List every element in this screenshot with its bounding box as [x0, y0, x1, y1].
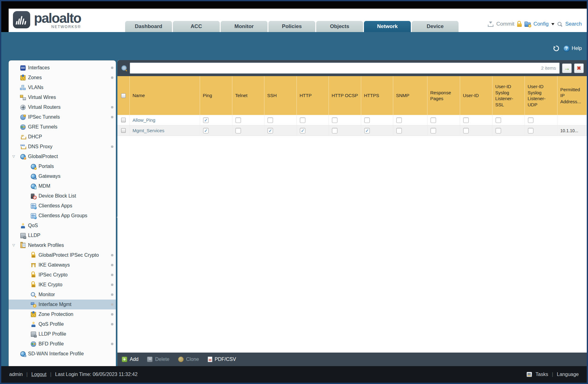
help-icon[interactable] — [563, 45, 570, 52]
unchecked-icon[interactable] — [528, 117, 533, 123]
sidebar-item-network-profiles[interactable]: ▽Network Profiles — [9, 240, 116, 250]
column-header-https[interactable]: HTTPS — [361, 76, 393, 115]
unchecked-icon[interactable] — [267, 117, 273, 123]
sidebar-item-virtual-routers[interactable]: Virtual Routers — [9, 102, 116, 112]
sidebar-item-mdm[interactable]: MDM — [9, 181, 116, 191]
tab-acc[interactable]: ACC — [173, 21, 220, 32]
sidebar-item-ike-crypto[interactable]: IKE Crypto — [9, 280, 116, 290]
sidebar-item-interfaces[interactable]: Interfaces — [9, 63, 116, 73]
sidebar-item-sd-wan-interface-profile[interactable]: SD-WAN Interface Profile — [9, 349, 116, 359]
commit-button[interactable]: Commit — [496, 21, 514, 27]
checked-icon[interactable] — [203, 128, 209, 133]
column-header-name[interactable]: Name — [130, 76, 200, 115]
unchecked-icon[interactable] — [396, 117, 402, 123]
sidebar-item-globalprotect-ipsec-crypto[interactable]: GlobalProtect IPSec Crypto — [9, 250, 116, 260]
column-header-snmp[interactable]: SNMP — [393, 76, 427, 115]
unchecked-icon[interactable] — [496, 128, 501, 133]
column-header-ping[interactable]: Ping — [200, 76, 232, 115]
language-button[interactable]: Language — [557, 372, 579, 377]
unchecked-icon[interactable] — [463, 117, 469, 123]
checked-icon[interactable] — [203, 117, 209, 123]
unchecked-icon[interactable] — [496, 117, 501, 123]
column-header-http[interactable]: HTTP — [297, 76, 329, 115]
select-all-checkbox[interactable] — [121, 93, 126, 98]
sidebar-item-zone-protection[interactable]: Zone Protection — [9, 309, 116, 319]
config-button[interactable]: Config — [533, 21, 549, 27]
tab-dashboard[interactable]: Dashboard — [125, 21, 172, 32]
tasks-button[interactable]: Tasks — [536, 372, 548, 377]
column-header-user-id-syslog-listener-udp[interactable]: User-ID Syslog Listener-UDP — [525, 76, 557, 115]
tab-network[interactable]: Network — [364, 21, 411, 32]
check-cell-snmp — [393, 125, 427, 136]
zones-icon — [20, 75, 26, 80]
expand-caret-icon[interactable]: ▽ — [12, 154, 15, 158]
tab-policies[interactable]: Policies — [268, 21, 315, 32]
filter-input[interactable] — [130, 63, 560, 74]
column-header-http-ocsp[interactable]: HTTP OCSP — [329, 76, 361, 115]
sidebar-item-lldp-profile[interactable]: LLDP Profile — [9, 329, 116, 339]
sidebar-item-device-block-list[interactable]: Device Block List — [9, 191, 116, 201]
tab-monitor[interactable]: Monitor — [221, 21, 267, 32]
column-header-telnet[interactable]: Telnet — [232, 76, 264, 115]
unchecked-icon[interactable] — [300, 117, 305, 123]
checked-icon[interactable] — [267, 128, 273, 133]
sidebar-item-vlans[interactable]: VLANs — [9, 83, 116, 92]
sidebar-item-portals[interactable]: Portals — [9, 161, 116, 171]
unchecked-icon[interactable] — [364, 117, 370, 123]
tab-device[interactable]: Device — [412, 21, 459, 32]
sidebar-item-clientless-app-groups[interactable]: Clientless App Groups — [9, 211, 116, 221]
sidebar-item-ike-gateways[interactable]: IKE Gateways — [9, 260, 116, 270]
unchecked-icon[interactable] — [332, 117, 337, 123]
sidebar-item-gateways[interactable]: Gateways — [9, 171, 116, 181]
sidebar-item-qos-profile[interactable]: QoS Profile — [9, 319, 116, 329]
expand-caret-icon[interactable]: ▽ — [12, 243, 15, 247]
refresh-icon[interactable] — [553, 45, 560, 52]
pdf-csv-button[interactable]: PDF/CSV — [208, 357, 236, 362]
column-header-ssh[interactable]: SSH — [264, 76, 297, 115]
delete-button[interactable]: Delete — [147, 357, 169, 362]
row-checkbox[interactable] — [121, 128, 126, 133]
row-checkbox[interactable] — [121, 118, 126, 122]
sidebar-item-dns-proxy[interactable]: DNS Proxy — [9, 142, 116, 152]
sidebar-item-globalprotect[interactable]: ▽GlobalProtect — [9, 152, 116, 161]
add-button[interactable]: Add — [122, 357, 138, 362]
unchecked-icon[interactable] — [235, 128, 241, 133]
help-label[interactable]: Help — [572, 46, 582, 51]
sidebar-item-gre-tunnels[interactable]: GRE Tunnels — [9, 122, 116, 132]
column-header-user-id[interactable]: User-ID — [460, 76, 492, 115]
logout-link[interactable]: Logout — [31, 372, 47, 377]
sidebar-item-ipsec-tunnels[interactable]: IPSec Tunnels — [9, 112, 116, 122]
unchecked-icon[interactable] — [463, 128, 469, 133]
unchecked-icon[interactable] — [235, 117, 241, 123]
sidebar-item-bfd-profile[interactable]: BFD Profile — [9, 339, 116, 349]
unchecked-icon[interactable] — [396, 128, 402, 133]
sidebar-item-monitor[interactable]: Monitor — [9, 290, 116, 300]
unchecked-icon[interactable] — [332, 128, 337, 133]
sidebar-item-dhcp[interactable]: DHCP — [9, 132, 116, 142]
global-search-button[interactable]: Search — [565, 21, 582, 27]
sidebar-item-ipsec-crypto[interactable]: IPSec Crypto — [9, 270, 116, 280]
checked-icon[interactable] — [300, 128, 305, 133]
clone-button[interactable]: Clone — [178, 357, 199, 362]
sidebar-item-virtual-wires[interactable]: Virtual Wires — [9, 92, 116, 102]
unchecked-icon[interactable] — [431, 128, 436, 133]
column-header-permitted-ip-address[interactable]: Permitted IP Address... — [557, 76, 587, 115]
lock-icon[interactable] — [517, 23, 522, 27]
checked-icon[interactable] — [364, 128, 370, 133]
sidebar-item-lldp[interactable]: LLDP — [9, 231, 116, 240]
unchecked-icon[interactable] — [528, 128, 533, 133]
sidebar-item-qos[interactable]: QoS — [9, 221, 116, 231]
sidebar-item-clientless-apps[interactable]: Clientless Apps — [9, 201, 116, 211]
clear-filter-button[interactable] — [574, 63, 584, 73]
column-header-response-pages[interactable]: Response Pages — [427, 76, 460, 115]
sidebar-item-zones[interactable]: Zones — [9, 73, 116, 83]
config-dropdown-caret-icon[interactable] — [551, 23, 554, 27]
unchecked-icon[interactable] — [431, 117, 436, 123]
row-name-link[interactable]: Allow_Ping — [133, 117, 155, 123]
column-header-user-id-syslog-listener-ssl[interactable]: User-ID Syslog Listener-SSL — [492, 76, 525, 115]
sidebar-item-interface-mgmt[interactable]: Interface Mgmt — [9, 300, 116, 309]
apply-filter-button[interactable] — [562, 63, 572, 73]
check-cell-ssh — [264, 115, 297, 125]
row-name-link[interactable]: Mgmt_Services — [133, 128, 164, 133]
tab-objects[interactable]: Objects — [316, 21, 363, 32]
